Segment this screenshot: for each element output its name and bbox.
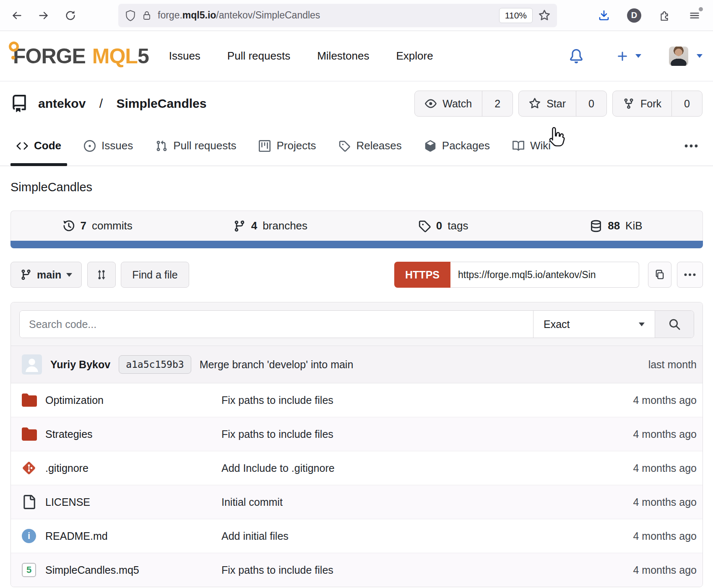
tab-label: Issues <box>101 139 133 152</box>
file-name[interactable]: SimpleCandles.mq5 <box>45 564 221 576</box>
search-input[interactable] <box>20 311 533 338</box>
zoom-level-badge[interactable]: 110% <box>499 8 533 23</box>
star-count[interactable]: 0 <box>576 91 606 116</box>
back-icon[interactable] <box>6 5 28 26</box>
url-bar[interactable]: forge.mql5.io/antekov/SimpleCandles 110% <box>118 4 557 27</box>
file-commit-message[interactable]: Fix paths to include files <box>221 564 633 576</box>
star-icon <box>529 98 541 109</box>
stat-branches[interactable]: 4branches <box>184 211 356 241</box>
file-commit-message[interactable]: Fix paths to include files <box>221 428 633 440</box>
branch-selector[interactable]: main <box>10 262 82 288</box>
commit-time: last month <box>648 359 697 371</box>
forge-mql5-logo[interactable]: FORGE MQL 5 <box>10 46 149 67</box>
repo-title-separator: / <box>96 96 106 111</box>
file-name[interactable]: Optimization <box>45 394 221 406</box>
compare-branches-button[interactable] <box>87 262 116 288</box>
reload-icon[interactable] <box>60 5 81 26</box>
repo-owner-link[interactable]: antekov <box>38 96 86 111</box>
lock-icon <box>142 10 152 21</box>
branch-name: main <box>37 269 61 281</box>
avatar <box>669 47 688 66</box>
nav-item-explore[interactable]: Explore <box>396 49 433 62</box>
fork-icon <box>623 98 635 109</box>
tab-wiki[interactable]: Wiki <box>507 126 557 166</box>
stat-commits[interactable]: 7commits <box>11 211 184 241</box>
git-branch-icon <box>20 269 32 281</box>
chevron-down-icon <box>635 54 641 58</box>
file-row-strategies[interactable]: StrategiesFix paths to include files4 mo… <box>11 417 703 451</box>
tab-packages[interactable]: Packages <box>419 126 496 166</box>
repo-header: antekov / SimpleCandles Watch2Star0Fork0 <box>0 81 713 126</box>
tab-releases[interactable]: Releases <box>333 126 407 166</box>
create-new-button[interactable] <box>616 50 641 62</box>
site-header: FORGE MQL 5 IssuesPull requestsMilestone… <box>0 31 713 81</box>
book-icon <box>513 140 524 152</box>
watch-button[interactable]: Watch2 <box>414 91 513 117</box>
clone-url-input[interactable] <box>450 262 639 288</box>
watch-count[interactable]: 2 <box>482 91 513 116</box>
repo-name-link[interactable]: SimpleCandles <box>116 96 206 111</box>
url-path: /antekov/SimpleCandles <box>216 10 320 21</box>
file-row-simplecandles-mq5[interactable]: 5SimpleCandles.mq5Fix paths to include f… <box>11 553 703 587</box>
file-commit-message[interactable]: Initial commit <box>221 496 633 508</box>
file-commit-message[interactable]: Add Include to .gitignore <box>221 462 633 474</box>
tab-label: Wiki <box>530 139 551 152</box>
profile-initial: D <box>627 8 641 23</box>
code-search-group: Exact <box>19 310 694 338</box>
copy-url-button[interactable] <box>648 262 671 288</box>
project-icon <box>259 140 271 152</box>
profile-icon[interactable]: D <box>623 5 645 26</box>
nav-item-issues[interactable]: Issues <box>169 49 200 62</box>
file-name[interactable]: .gitignore <box>45 462 221 474</box>
tab-code[interactable]: Code <box>10 126 67 166</box>
star-button[interactable]: Star0 <box>518 91 607 117</box>
file-commit-time: 4 months ago <box>633 462 697 474</box>
find-file-button[interactable]: Find a file <box>121 262 189 288</box>
tab-projects[interactable]: Projects <box>253 126 322 166</box>
bookmark-star-icon[interactable] <box>539 10 550 21</box>
shield-icon <box>125 10 136 21</box>
file-name[interactable]: LICENSE <box>45 496 221 508</box>
file-row-readme-md[interactable]: iREADME.mdAdd initial files4 months ago <box>11 519 703 553</box>
eye-icon <box>425 98 437 109</box>
url-prefix: forge. <box>158 10 182 21</box>
tab-issues[interactable]: Issues <box>78 126 139 166</box>
forward-icon[interactable] <box>33 5 55 26</box>
file-row-gitignore[interactable]: .gitignoreAdd Include to .gitignore4 mon… <box>11 451 703 485</box>
file-row-optimization[interactable]: OptimizationFix paths to include files4 … <box>11 383 703 417</box>
https-protocol-button[interactable]: HTTPS <box>394 262 450 288</box>
commit-message[interactable]: Merge branch 'develop' into main <box>200 359 354 371</box>
extensions-puzzle-icon[interactable] <box>653 5 675 26</box>
more-tabs-ellipsis-icon[interactable] <box>680 139 703 153</box>
language-bar[interactable] <box>10 241 703 248</box>
search-button[interactable] <box>655 311 694 338</box>
nav-item-pull-requests[interactable]: Pull requests <box>227 49 290 62</box>
nav-item-milestones[interactable]: Milestones <box>317 49 369 62</box>
tab-pull-requests[interactable]: Pull requests <box>150 126 242 166</box>
stat-kib[interactable]: 88KiB <box>530 211 703 241</box>
menu-hamburger-icon[interactable] <box>684 5 705 26</box>
tab-label: Releases <box>356 139 401 152</box>
commit-hash-badge[interactable]: a1a5c159b3 <box>119 355 191 374</box>
info-icon: i <box>22 529 36 543</box>
clone-more-button[interactable] <box>677 262 703 288</box>
file-commit-time: 4 months ago <box>633 530 697 542</box>
fork-button[interactable]: Fork0 <box>612 91 703 117</box>
tab-label: Packages <box>442 139 490 152</box>
commit-author[interactable]: Yuriy Bykov <box>50 359 110 371</box>
pr-icon <box>156 140 167 152</box>
downloads-icon[interactable] <box>593 5 615 26</box>
watch-label: Watch <box>442 98 472 110</box>
stat-tags[interactable]: 0tags <box>357 211 530 241</box>
search-mode-dropdown[interactable]: Exact <box>533 311 655 338</box>
user-menu[interactable] <box>669 47 703 66</box>
latest-commit-row[interactable]: Yuriy Bykov a1a5c159b3 Merge branch 'dev… <box>11 346 703 383</box>
file-name[interactable]: Strategies <box>45 428 221 440</box>
stat-label: tags <box>448 219 468 232</box>
fork-count[interactable]: 0 <box>671 91 702 116</box>
file-name[interactable]: README.md <box>45 530 221 542</box>
file-commit-message[interactable]: Fix paths to include files <box>221 394 633 406</box>
file-row-license[interactable]: LICENSEInitial commit4 months ago <box>11 485 703 519</box>
file-commit-message[interactable]: Add initial files <box>221 530 633 542</box>
notifications-bell-icon[interactable] <box>569 49 583 63</box>
